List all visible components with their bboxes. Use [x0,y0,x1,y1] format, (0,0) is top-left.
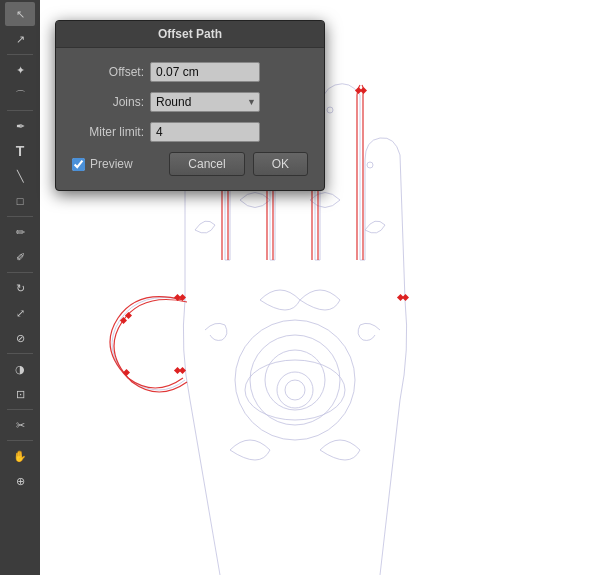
offset-row: Offset: [72,62,308,82]
tool-direct-select[interactable]: ↗ [5,27,35,51]
tool-type[interactable]: T [5,139,35,163]
svg-point-9 [327,107,333,113]
miter-limit-row: Miter limit: [72,122,308,142]
tool-brush[interactable]: ✏ [5,220,35,244]
tool-shear[interactable]: ⊘ [5,326,35,350]
joins-label: Joins: [72,95,144,109]
offset-input[interactable] [150,62,260,82]
tool-rect[interactable]: □ [5,189,35,213]
svg-rect-27 [402,294,409,301]
svg-point-4 [277,372,313,408]
tool-arrow[interactable]: ↖ [5,2,35,26]
tool-separator-3 [7,216,33,217]
svg-rect-23 [123,369,130,376]
tool-separator-4 [7,272,33,273]
offset-path-dialog: Offset Path Offset: Joins: Miter Round B… [55,20,325,191]
tool-separator-1 [7,54,33,55]
joins-row: Joins: Miter Round Bevel ▼ [72,92,308,112]
offset-label: Offset: [72,65,144,79]
svg-rect-18 [360,87,367,94]
svg-point-5 [285,380,305,400]
tool-scissors[interactable]: ✂ [5,413,35,437]
tool-pencil[interactable]: ✐ [5,245,35,269]
preview-checkbox[interactable] [72,158,85,171]
miter-limit-label: Miter limit: [72,125,144,139]
preview-checkbox-wrapper: Preview [72,157,161,171]
tool-scale[interactable]: ⤢ [5,301,35,325]
tool-separator-2 [7,110,33,111]
tool-lasso[interactable]: ⌒ [5,83,35,107]
tool-gradient[interactable]: ◑ [5,357,35,381]
cancel-button[interactable]: Cancel [169,152,244,176]
tool-separator-6 [7,409,33,410]
joins-select[interactable]: Miter Round Bevel [150,92,260,112]
tool-pen[interactable]: ✒ [5,114,35,138]
svg-point-3 [245,360,345,420]
tool-hand[interactable]: ✋ [5,444,35,468]
tool-magic-wand[interactable]: ✦ [5,58,35,82]
preview-label[interactable]: Preview [90,157,133,171]
dialog-title: Offset Path [56,21,324,48]
svg-point-10 [367,162,373,168]
toolbar: ↖ ↗ ✦ ⌒ ✒ T ╲ □ ✏ ✐ ↻ ⤢ ⊘ ◑ ⊡ ✂ ✋ ⊕ [0,0,40,575]
miter-limit-input[interactable] [150,122,260,142]
tool-rotate[interactable]: ↻ [5,276,35,300]
dialog-body: Offset: Joins: Miter Round Bevel ▼ Miter… [56,48,324,190]
tool-zoom[interactable]: ⊕ [5,469,35,493]
ok-button[interactable]: OK [253,152,308,176]
tool-line[interactable]: ╲ [5,164,35,188]
dialog-buttons-row: Preview Cancel OK [72,152,308,176]
tool-eyedropper[interactable]: ⊡ [5,382,35,406]
tool-separator-7 [7,440,33,441]
joins-select-wrapper: Miter Round Bevel ▼ [150,92,260,112]
tool-separator-5 [7,353,33,354]
